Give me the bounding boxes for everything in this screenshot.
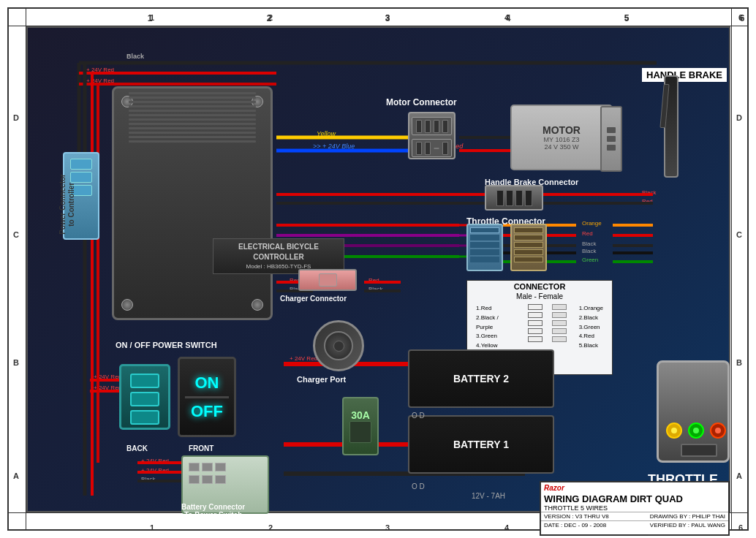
row-b-left: B — [13, 358, 19, 367]
connector-right-pins: 1.Orange 2.Black 3.Green 4.Red 5.Black — [573, 303, 609, 371]
charger-connector-box — [298, 269, 357, 291]
power-connector-label: Power Connector to Controller — [58, 174, 76, 235]
motor-connector-label: Motor Connector — [386, 97, 457, 107]
svg-text:Black: Black — [126, 53, 145, 60]
diagram-title: WIRING DIAGRAM DIRT QUAD — [541, 493, 728, 504]
row-b-right: B — [736, 358, 742, 367]
grid-v-right — [731, 7, 732, 531]
throttle-connector-left-box — [466, 224, 503, 271]
diagram-area: Black + 24V Red + 24V Red Yellow >> + 24… — [26, 26, 730, 512]
svg-text:+ 24V Red: + 24V Red — [290, 355, 317, 362]
handle-brake-connector-box — [485, 185, 543, 211]
connector-subtitle: Male - Female — [467, 292, 612, 300]
row-d-left: D — [13, 113, 19, 122]
motor-label: MOTOR — [543, 124, 581, 136]
motor-model: MY 1016 Z3 — [544, 136, 580, 143]
od-label-2: O D — [412, 482, 425, 490]
battery-connector-label: Battery Connector To Power Switch — [181, 503, 245, 519]
col-num-bot-4: 4 — [499, 523, 514, 532]
switch-on-text: ON — [195, 374, 219, 393]
col-num-bot-3: 3 — [380, 523, 395, 532]
svg-text:+ 24V Red: + 24V Red — [86, 67, 114, 73]
handle-brake-title: HANDLE BRAKE — [642, 68, 727, 82]
back-label: BACK — [126, 444, 148, 452]
svg-text:Red: Red — [582, 230, 593, 237]
onoff-power-switch-label: ON / OFF POWER SWITCH — [116, 341, 217, 349]
handle-brake-visual — [664, 75, 678, 178]
svg-text:+ 24V Red: + 24V Red — [141, 467, 169, 474]
col-num-2: 2 — [263, 13, 278, 22]
row-c-right: C — [736, 230, 742, 239]
row-c-left: C — [13, 230, 19, 239]
motor-specs: 24 V 350 W — [544, 143, 578, 151]
title-row-2: DATE : DEC - 09 - 2008 VERIFIED BY : PAU… — [541, 520, 728, 529]
row-a-right: A — [736, 471, 742, 480]
col-num-5: 5 — [619, 13, 634, 22]
svg-text:Black: Black — [582, 240, 597, 247]
svg-text:+ 24V Red: + 24V Red — [94, 374, 121, 380]
col-num-bot-2: 2 — [263, 523, 278, 532]
svg-text:Green: Green — [582, 257, 598, 263]
switch-off-text: OFF — [191, 402, 223, 421]
svg-text:Yellow: Yellow — [317, 130, 336, 137]
row-a-left: A — [13, 471, 19, 480]
front-label: FRONT — [189, 444, 213, 452]
row-d-right: D — [736, 113, 742, 122]
charger-connector-label: Charger Connector — [280, 295, 347, 303]
svg-text:Black: Black — [582, 248, 597, 254]
throttle-connector-right-box — [510, 224, 547, 271]
motor-connector-box — [408, 112, 456, 159]
charger-port-label: Charger Port — [297, 375, 346, 384]
controller-box: ELECTRICAL BICYCLE CONTROLLER Model : HB… — [112, 86, 273, 320]
svg-text:Black: Black — [141, 476, 156, 482]
battery1-box: BATTERY 1 — [408, 415, 554, 474]
title-block: Razor WIRING DIAGRAM DIRT QUAD THROTTLE … — [540, 481, 730, 536]
svg-text:>> + 24V Blue: >> + 24V Blue — [313, 143, 355, 150]
svg-text:+ 24V Red: + 24V Red — [141, 458, 169, 464]
od-label-1: O D — [412, 412, 425, 420]
svg-text:+ 24V Red: + 24V Red — [94, 384, 121, 391]
svg-text:Red: Red — [368, 277, 379, 284]
col-num-bot-1: 1 — [145, 523, 159, 532]
connector-title: CONNECTOR — [467, 281, 612, 292]
col-num-4: 4 — [499, 13, 514, 22]
svg-text:Orange: Orange — [582, 220, 602, 227]
screw-br — [252, 299, 263, 311]
fuse-box: 30A — [342, 397, 379, 455]
switch-back — [119, 364, 170, 430]
col-num-6: 6 — [733, 13, 748, 22]
main-container: 1 2 3 4 5 6 1 2 3 4 5 6 1 2 3 4 5 6 D C … — [0, 0, 756, 538]
title-row-1: VERSION : V3 THRU V8 DRAWING BY : PHILIP… — [541, 512, 728, 520]
charger-port-visual — [313, 320, 364, 371]
battery2-box: BATTERY 2 — [408, 349, 554, 408]
col-num-1: 1 — [145, 13, 159, 22]
col-num-bot-6: 6 — [733, 523, 748, 532]
diagram-subtitle: THROTTLE 5 WIRES — [541, 504, 728, 512]
svg-text:Red: Red — [642, 198, 653, 205]
svg-text:+ 24V Red: + 24V Red — [86, 77, 114, 84]
svg-text:Black: Black — [642, 189, 657, 196]
brand-label: Razor — [541, 482, 728, 493]
motor-box: MOTOR MY 1016 Z3 24 V 350 W — [510, 105, 613, 170]
screw-bl — [121, 299, 133, 311]
throttle-visual — [657, 360, 730, 463]
svg-text:Black: Black — [368, 286, 384, 292]
col-num-3: 3 — [380, 13, 395, 22]
switch-front: ON OFF — [178, 357, 236, 437]
